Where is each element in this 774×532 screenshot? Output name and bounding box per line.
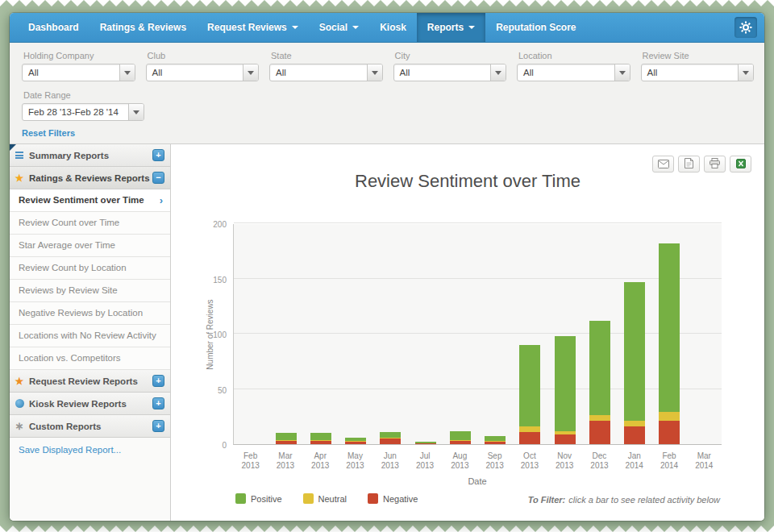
settings-button[interactable] (734, 17, 757, 38)
expand-toggle-button[interactable]: + (152, 149, 164, 161)
x-tick-label: Jul2013 (407, 451, 442, 471)
bar-slot (303, 224, 338, 444)
filter-label: State (271, 51, 383, 60)
nav-item-social[interactable]: Social (309, 13, 369, 42)
filter-row-date: Date Range Feb 28 '13-Feb 28 '14 (22, 89, 764, 121)
city-select[interactable]: All (393, 64, 507, 81)
y-tick-label: 100 (171, 330, 227, 339)
sidebar-section-request-review-reports[interactable]: ★Request Review Reports+ (10, 370, 170, 393)
report-item-reviews-by-review-site[interactable]: Reviews by Review Site (10, 280, 170, 302)
sidebar-section-ratings-reviews-reports[interactable]: ★Ratings & Reviews Reports− (10, 167, 170, 189)
bar-jul-2013[interactable] (415, 442, 436, 444)
main-panel: Review Sentiment over Time Number of Rev… (171, 144, 764, 521)
report-item-label: Star Average over Time (19, 240, 163, 251)
corner-fold (10, 144, 16, 151)
bar-segment-neutral (659, 412, 680, 421)
bar-mar-2013[interactable] (276, 433, 297, 444)
chevron-down-icon (352, 26, 359, 29)
filter-row: Holding CompanyAllClubAllStateAllCityAll… (22, 49, 764, 81)
expand-toggle-button[interactable]: + (152, 420, 164, 432)
bar-sep-2013[interactable] (485, 436, 506, 444)
bar-oct-2013[interactable] (519, 345, 540, 444)
y-axis-labels: 050100150200 (171, 224, 227, 445)
club-select[interactable]: All (146, 64, 260, 81)
sidebar-section-summary-reports[interactable]: Summary Reports+ (10, 144, 170, 167)
nav-bar: DashboardRatings & ReviewsRequest Review… (10, 13, 764, 43)
nav-item-request-reviews[interactable]: Request Reviews (197, 13, 309, 42)
report-item-star-average-over-time[interactable]: Star Average over Time (10, 235, 170, 257)
bar-slot (339, 224, 373, 444)
section-label: Request Review Reports (29, 376, 152, 386)
x-tick-label: May2013 (338, 451, 372, 471)
nav-item-dashboard[interactable]: Dashboard (18, 13, 89, 42)
report-item-review-sentiment-over-time[interactable]: Review Sentiment over Time› (10, 189, 170, 212)
expand-toggle-button[interactable]: + (152, 375, 164, 387)
section-label: Custom Reports (29, 422, 152, 431)
bar-slot (547, 224, 582, 444)
y-tick-label: 150 (171, 276, 227, 285)
zigzag-bottom-edge (0, 526, 774, 532)
bar-apr-2013[interactable] (310, 433, 331, 444)
collapse-toggle-button[interactable]: − (152, 172, 164, 184)
x-tick-label: Mar2014 (687, 451, 722, 471)
bar-slot (513, 224, 547, 444)
bar-slot (652, 224, 687, 444)
x-tick-label: Nov2013 (547, 451, 582, 471)
star-icon: ★ (10, 172, 29, 184)
location-select[interactable]: All (517, 64, 630, 81)
bar-dec-2013[interactable] (589, 321, 610, 444)
bar-slot (443, 224, 477, 444)
review-site-select[interactable]: All (641, 64, 755, 81)
nav-item-kiosk[interactable]: Kiosk (369, 13, 417, 42)
chevron-down-icon (124, 71, 131, 75)
bar-feb-2014[interactable] (659, 243, 680, 444)
chevron-down-icon (495, 71, 501, 75)
gear-icon (739, 21, 752, 34)
nav-item-reputation-score[interactable]: Reputation Score (485, 13, 586, 42)
bar-slot (617, 224, 651, 444)
filter-note-prefix: To Filter: (528, 495, 566, 505)
save-displayed-report-link[interactable]: Save Displayed Report... (10, 438, 170, 462)
bar-aug-2013[interactable] (450, 431, 471, 444)
y-tick-label: 200 (171, 220, 227, 229)
reset-filters-link[interactable]: Reset Filters (22, 128, 75, 138)
legend-item-neutral: Neutral (303, 493, 347, 504)
bar-may-2013[interactable] (345, 438, 366, 444)
report-item-location-vs-competitors[interactable]: Location vs. Competitors (10, 347, 170, 370)
dropdown-arrow (738, 64, 753, 81)
nav-items: DashboardRatings & ReviewsRequest Review… (18, 13, 587, 42)
sidebar-section-kiosk-review-reports[interactable]: Kiosk Review Reports+ (10, 393, 170, 415)
dropdown-arrow (490, 64, 506, 81)
report-item-negative-reviews-by-location[interactable]: Negative Reviews by Location (10, 302, 170, 325)
page: DashboardRatings & ReviewsRequest Review… (0, 0, 774, 532)
x-tick-label: Oct2013 (512, 451, 547, 471)
section-label: Summary Reports (29, 151, 152, 160)
bar-segment-negative (485, 442, 506, 444)
report-item-review-count-over-time[interactable]: Review Count over Time (10, 212, 170, 235)
sidebar: Summary Reports+★Ratings & Reviews Repor… (10, 144, 171, 521)
x-tick-label: Jun2013 (372, 451, 407, 471)
report-item-locations-with-no-review-activity[interactable]: Locations with No Review Activity (10, 325, 170, 347)
date-range-select[interactable]: Feb 28 '13-Feb 28 '14 (22, 103, 144, 121)
bar-segment-positive (555, 336, 576, 431)
report-item-label: Locations with No Review Activity (19, 330, 163, 341)
nav-item-reports[interactable]: Reports (417, 13, 485, 42)
bar-jun-2013[interactable] (380, 432, 401, 444)
gear-gray-icon: ∗ (10, 420, 29, 432)
bar-slot (687, 224, 722, 444)
report-item-label: Review Count over Time (19, 218, 163, 228)
nav-item-ratings-reviews[interactable]: Ratings & Reviews (89, 13, 197, 42)
holding-company-select[interactable]: All (22, 64, 135, 81)
bar-nov-2013[interactable] (555, 336, 576, 444)
expand-toggle-button[interactable]: + (152, 397, 164, 409)
section-label: Ratings & Reviews Reports (29, 173, 152, 183)
bar-segment-positive (450, 431, 471, 440)
state-select[interactable]: All (269, 64, 383, 81)
sidebar-section-custom-reports[interactable]: ∗Custom Reports+ (10, 415, 170, 438)
report-item-review-count-by-location[interactable]: Review Count by Location (10, 257, 170, 280)
content-area: Summary Reports+★Ratings & Reviews Repor… (10, 144, 764, 521)
bar-jan-2014[interactable] (624, 282, 645, 444)
filter-value: All (147, 68, 163, 77)
chevron-right-icon: › (160, 195, 163, 206)
bar-segment-neutral (519, 426, 540, 432)
